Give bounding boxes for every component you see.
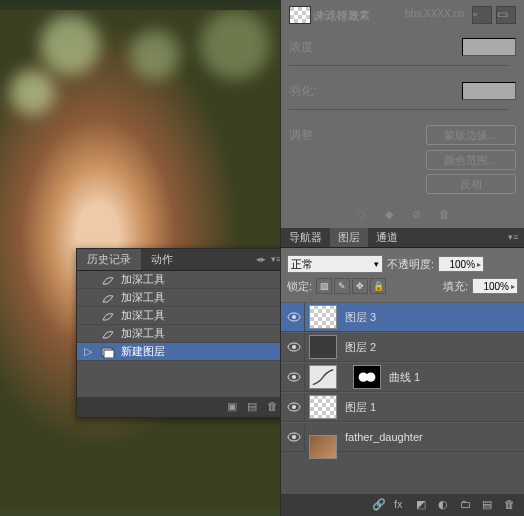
layer-row[interactable]: 图层 2	[281, 332, 524, 362]
history-item-label: 加深工具	[121, 326, 283, 341]
pixel-mask-button[interactable]: ▫	[472, 6, 492, 24]
fx-icon[interactable]: fx	[394, 498, 408, 512]
burn-tool-icon	[99, 327, 117, 341]
layer-name[interactable]: father_daughter	[345, 431, 423, 443]
layers-panel: 导航器 图层 通道 ▾≡ 正常 不透明度: 100% 锁定: ▧ ✎ ✥ 🔒 填…	[280, 228, 524, 516]
visibility-toggle[interactable]	[283, 333, 305, 361]
tab-channels[interactable]: 通道	[368, 228, 406, 247]
feather-slider[interactable]	[289, 106, 509, 114]
visibility-toggle[interactable]	[283, 423, 305, 451]
layer-row[interactable]: father_daughter	[281, 422, 524, 452]
trash-icon[interactable]: 🗑	[504, 498, 518, 512]
visibility-toggle[interactable]	[283, 393, 305, 421]
svg-point-9	[366, 373, 375, 382]
layer-mask-thumbnail[interactable]	[353, 365, 381, 389]
link-layers-icon[interactable]: 🔗	[372, 498, 386, 512]
fill-label: 填充:	[443, 279, 468, 294]
burn-tool-icon	[99, 291, 117, 305]
layer-thumbnail[interactable]	[309, 395, 337, 419]
visibility-toggle[interactable]	[283, 303, 305, 331]
panel-collapse-icon[interactable]: ◂▸	[256, 254, 268, 266]
tab-navigator[interactable]: 导航器	[281, 228, 330, 247]
mask-load-icon[interactable]: ◌	[353, 208, 369, 220]
adjustment-layer-icon[interactable]: ◐	[438, 498, 452, 512]
layer-row[interactable]: 图层 3	[281, 302, 524, 332]
watermark-text: 设计论坛	[312, 8, 360, 25]
blend-mode-select[interactable]: 正常	[287, 255, 383, 273]
invert-button[interactable]: 反相	[426, 174, 516, 194]
history-item[interactable]: 加深工具	[77, 307, 287, 325]
lock-all-icon[interactable]: 🔒	[370, 278, 386, 294]
lock-label: 锁定:	[287, 279, 312, 294]
history-list: 加深工具 加深工具 加深工具 加深工具 ▷ 新建图层	[77, 271, 287, 361]
history-panel: 历史记录 动作 ◂▸ ▾≡ 加深工具 加深工具 加深工具 加深工具 ▷	[76, 248, 288, 418]
history-item-label: 加深工具	[121, 290, 283, 305]
layer-name[interactable]: 图层 1	[345, 400, 376, 415]
layer-thumbnail[interactable]	[309, 435, 337, 459]
history-item-label: 加深工具	[121, 272, 283, 287]
opacity-input[interactable]: 100%	[438, 256, 484, 272]
mask-apply-icon[interactable]: ◆	[381, 208, 397, 220]
density-label: 浓度:	[289, 39, 337, 56]
mask-disable-icon[interactable]: ⊘	[409, 208, 425, 220]
density-input[interactable]	[462, 38, 516, 56]
link-icon[interactable]	[339, 365, 351, 389]
layer-name[interactable]: 图层 2	[345, 340, 376, 355]
mask-edge-button[interactable]: 蒙版边缘...	[426, 125, 516, 145]
history-current-marker: ▷	[81, 345, 95, 358]
svg-point-7	[292, 375, 296, 379]
new-layer-icon[interactable]: ▤	[482, 498, 496, 512]
fill-input[interactable]: 100%	[472, 278, 518, 294]
history-item[interactable]: 加深工具	[77, 325, 287, 343]
adjust-label: 调整:	[289, 127, 337, 144]
vector-mask-button[interactable]: ▭	[496, 6, 516, 24]
layer-thumbnail[interactable]	[309, 335, 337, 359]
watermark-url: bbs.XXXX.cn	[405, 8, 464, 19]
density-slider[interactable]	[289, 62, 509, 70]
tab-layers[interactable]: 图层	[330, 228, 368, 247]
burn-tool-icon	[99, 273, 117, 287]
trash-icon[interactable]: 🗑	[437, 208, 453, 220]
history-item[interactable]: ▷ 新建图层	[77, 343, 287, 361]
history-item[interactable]: 加深工具	[77, 271, 287, 289]
create-document-icon[interactable]: ▣	[227, 400, 241, 414]
feather-input[interactable]	[462, 82, 516, 100]
visibility-toggle[interactable]	[283, 363, 305, 391]
history-item-label: 加深工具	[121, 308, 283, 323]
mask-thumbnail[interactable]	[289, 6, 311, 24]
opacity-label: 不透明度:	[387, 257, 434, 272]
burn-tool-icon	[99, 309, 117, 323]
history-item-label: 新建图层	[121, 344, 283, 359]
panel-menu-icon[interactable]: ▾≡	[508, 232, 520, 244]
color-range-button[interactable]: 颜色范围...	[426, 150, 516, 170]
layer-list: 图层 3 图层 2 曲线 1 图层 1 father_daughter	[281, 302, 524, 452]
svg-point-13	[292, 435, 296, 439]
masks-panel: 未选择激素 ▫ ▭ 浓度: 羽化: 调整: 蒙版边缘... 颜色范围... 反相…	[280, 0, 524, 228]
add-mask-icon[interactable]: ◩	[416, 498, 430, 512]
new-snapshot-icon[interactable]: ▤	[247, 400, 261, 414]
layer-row[interactable]: 图层 1	[281, 392, 524, 422]
layer-thumbnail[interactable]	[309, 305, 337, 329]
adjustment-icon[interactable]	[309, 365, 337, 389]
svg-point-5	[292, 345, 296, 349]
group-icon[interactable]: 🗀	[460, 498, 474, 512]
layer-name[interactable]: 图层 3	[345, 310, 376, 325]
svg-point-11	[292, 405, 296, 409]
lock-transparency-icon[interactable]: ▧	[316, 278, 332, 294]
new-layer-icon	[99, 345, 117, 359]
history-item[interactable]: 加深工具	[77, 289, 287, 307]
layer-row[interactable]: 曲线 1	[281, 362, 524, 392]
lock-position-icon[interactable]: ✥	[352, 278, 368, 294]
svg-rect-1	[104, 350, 114, 358]
trash-icon[interactable]: 🗑	[267, 400, 281, 414]
layer-name[interactable]: 曲线 1	[389, 370, 420, 385]
feather-label: 羽化:	[289, 83, 337, 100]
tab-history[interactable]: 历史记录	[77, 249, 141, 270]
tab-actions[interactable]: 动作	[141, 249, 183, 270]
lock-pixels-icon[interactable]: ✎	[334, 278, 350, 294]
svg-point-3	[292, 315, 296, 319]
